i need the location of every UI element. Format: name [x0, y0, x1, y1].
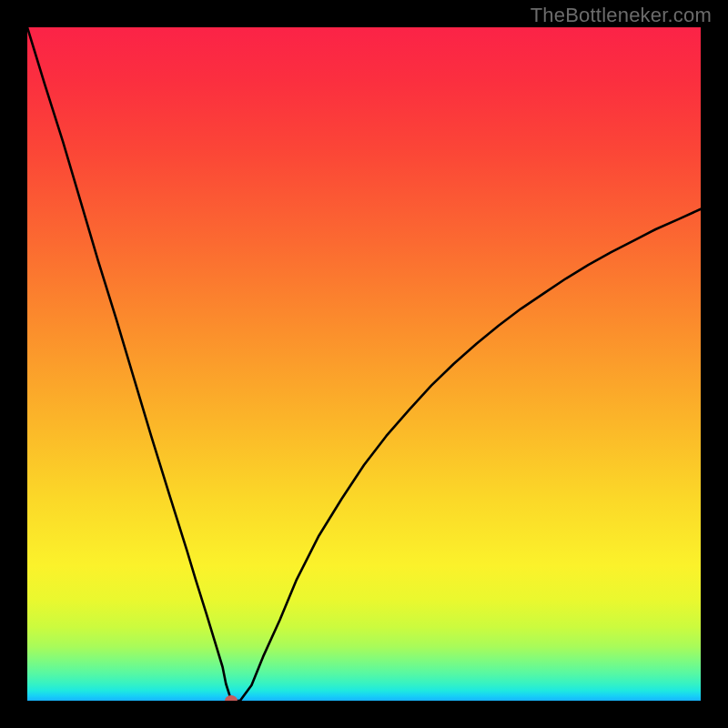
chart-frame: TheBottleneker.com [0, 0, 728, 728]
bottleneck-data-point [225, 695, 238, 701]
bottleneck-curve [27, 27, 701, 701]
watermark-text: TheBottleneker.com [531, 4, 712, 27]
plot-area [27, 27, 701, 701]
